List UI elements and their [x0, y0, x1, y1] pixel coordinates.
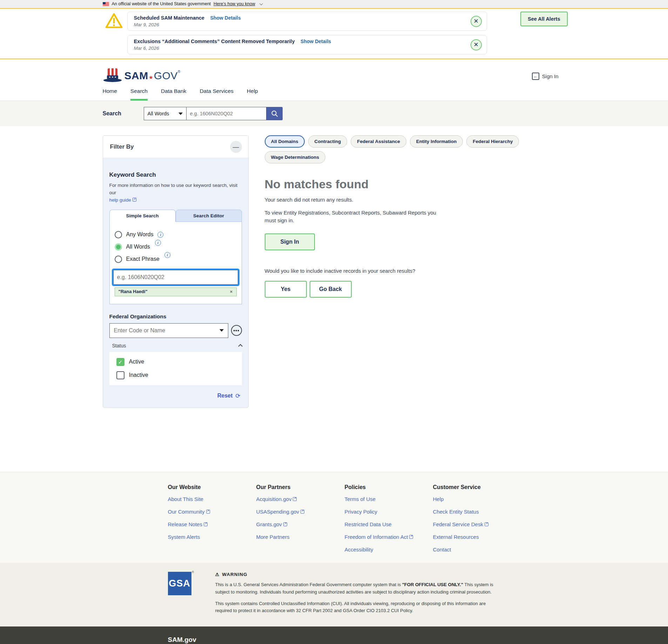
footer-link-about-this-site[interactable]: About This Site: [168, 496, 256, 502]
sign-in-button[interactable]: Sign In: [265, 233, 315, 250]
alert-title: Scheduled SAM Maintenance: [134, 15, 204, 21]
domain-pill-all-domains[interactable]: All Domains: [265, 135, 305, 148]
checkbox-inactive[interactable]: [116, 371, 124, 379]
how-you-know-link[interactable]: Here’s how you know: [214, 1, 255, 6]
footer-link-system-alerts[interactable]: System Alerts: [168, 534, 256, 540]
nav-item-home[interactable]: Home: [103, 88, 117, 101]
domain-pill-federal-assistance[interactable]: Federal Assistance: [351, 135, 406, 148]
domain-pill-wage-determinations[interactable]: Wage Determinations: [265, 151, 326, 163]
show-details-link[interactable]: Show Details: [210, 15, 241, 21]
registered-mark: ®: [178, 70, 181, 74]
checkbox-active[interactable]: [116, 358, 124, 366]
federal-orgs-heading: Federal Organizations: [109, 313, 242, 320]
warning-paragraph-2: This system contains Controlled Unclassi…: [215, 600, 496, 615]
info-icon[interactable]: [155, 240, 161, 246]
footer-link-release-notes[interactable]: Release Notes: [168, 521, 256, 527]
federal-orgs-combobox[interactable]: Enter Code or Name: [109, 323, 228, 338]
radio-any-words[interactable]: [115, 231, 122, 238]
footer-link-more-partners[interactable]: More Partners: [256, 534, 345, 540]
alert-date: Mar 9, 2026: [134, 22, 466, 27]
external-link-icon: [301, 510, 304, 514]
footer-brand: SAM.gov: [168, 636, 500, 644]
footer-link-check-entity-status[interactable]: Check Entity Status: [433, 509, 500, 515]
reset-filters-button[interactable]: Reset: [217, 393, 233, 399]
help-guide-link[interactable]: help guide: [109, 197, 131, 203]
search-label: Search: [103, 110, 144, 117]
footer-link-help[interactable]: Help: [433, 496, 500, 502]
close-icon[interactable]: ✕: [471, 16, 482, 27]
brand-star-icon: ★: [149, 74, 154, 80]
footer-link-privacy-policy[interactable]: Privacy Policy: [345, 509, 433, 515]
registered-mark: ®: [192, 570, 194, 574]
footer-links-section: Our Website About This Site Our Communit…: [0, 472, 668, 563]
tab-search-editor[interactable]: Search Editor: [176, 210, 242, 222]
footer-link-foia[interactable]: Freedom of Information Act: [345, 534, 433, 540]
search-row: Search All Words: [0, 101, 668, 126]
dark-footer: SAM.gov An official website of the U.S. …: [0, 626, 668, 644]
include-inactive-question: Would you like to include inactive recor…: [265, 268, 566, 274]
chevron-down-icon[interactable]: [259, 2, 263, 5]
chevron-down-icon: [178, 113, 183, 115]
external-link-icon: [409, 535, 413, 539]
more-options-icon[interactable]: •••: [231, 325, 242, 336]
tab-simple-search[interactable]: Simple Search: [109, 210, 176, 222]
site-header: SAM★GOV® ← Sign In: [0, 59, 668, 84]
go-back-button[interactable]: Go Back: [310, 281, 352, 298]
keyword-chip-label: "Rana Haedi": [119, 289, 148, 294]
info-icon[interactable]: [157, 232, 163, 238]
yes-button[interactable]: Yes: [265, 281, 307, 298]
alerts-section: Scheduled SAM Maintenance Show Details M…: [0, 9, 668, 59]
show-details-link[interactable]: Show Details: [301, 39, 331, 44]
gsa-logo: GSA ®: [168, 572, 191, 615]
footer-link-contact[interactable]: Contact: [433, 547, 500, 553]
nav-item-help[interactable]: Help: [247, 88, 258, 101]
sign-in-required-message: To view Entity Registrations, Subcontrac…: [265, 209, 440, 224]
footer-link-usaspending-gov[interactable]: USASpending.gov: [256, 509, 345, 515]
checkbox-inactive-label: Inactive: [129, 372, 148, 378]
footer-link-terms-of-use[interactable]: Terms of Use: [345, 496, 433, 502]
footer-link-accessibility[interactable]: Accessibility: [345, 547, 433, 553]
radio-exact-phrase[interactable]: [115, 256, 122, 263]
footer-link-acquisition-gov[interactable]: Acquisition.gov: [256, 496, 345, 502]
domain-pill-contracting[interactable]: Contracting: [308, 135, 348, 148]
keyword-input[interactable]: [113, 270, 238, 285]
info-icon[interactable]: [164, 252, 170, 258]
remove-chip-icon[interactable]: ×: [230, 289, 232, 294]
external-link-icon: [293, 497, 297, 501]
external-link-icon: [133, 198, 136, 202]
keyword-chip: "Rana Haedi" ×: [115, 287, 237, 296]
close-icon[interactable]: ✕: [471, 39, 482, 50]
keyword-search-heading: Keyword Search: [109, 171, 242, 178]
footer-link-federal-service-desk[interactable]: Federal Service Desk: [433, 521, 500, 527]
search-input[interactable]: [187, 107, 266, 120]
search-button[interactable]: [266, 107, 283, 120]
external-link-icon: [204, 522, 208, 526]
federal-orgs-placeholder: Enter Code or Name: [114, 327, 166, 334]
chevron-up-icon[interactable]: [238, 344, 243, 349]
footer-link-restricted-data-use[interactable]: Restricted Data Use: [345, 521, 433, 527]
collapse-filter-icon[interactable]: —: [230, 141, 242, 153]
footer-link-our-community[interactable]: Our Community: [168, 509, 256, 515]
reset-icon[interactable]: [235, 392, 240, 400]
footer-col-heading: Customer Service: [433, 484, 500, 490]
nav-item-search[interactable]: Search: [130, 88, 148, 101]
domain-pill-entity-information[interactable]: Entity Information: [410, 135, 463, 148]
footer-link-grants-gov[interactable]: Grants.gov: [256, 521, 345, 527]
search-mode-select[interactable]: All Words: [144, 107, 187, 120]
radio-any-words-label: Any Words: [126, 231, 154, 238]
sam-gov-logo[interactable]: SAM★GOV®: [103, 68, 181, 84]
sign-in-link[interactable]: ← Sign In: [532, 73, 559, 80]
nav-item-data-services[interactable]: Data Services: [200, 88, 233, 101]
external-link-icon: [283, 522, 287, 526]
warning-title: WARNING: [222, 572, 247, 577]
see-all-alerts-button[interactable]: See All Alerts: [520, 12, 567, 26]
warning-paragraph-1: This is a U.S. General Services Administ…: [215, 581, 496, 596]
domain-pill-federal-hierarchy[interactable]: Federal Hierarchy: [466, 135, 519, 148]
footer-link-external-resources[interactable]: External Resources: [433, 534, 500, 540]
main-nav: Home Search Data Bank Data Services Help: [0, 88, 668, 101]
chevron-down-icon: [220, 329, 224, 332]
gov-banner-text: An official website of the United States…: [112, 1, 211, 6]
radio-all-words[interactable]: [115, 243, 122, 251]
nav-item-data-bank[interactable]: Data Bank: [161, 88, 186, 101]
checkbox-active-label: Active: [129, 359, 144, 365]
